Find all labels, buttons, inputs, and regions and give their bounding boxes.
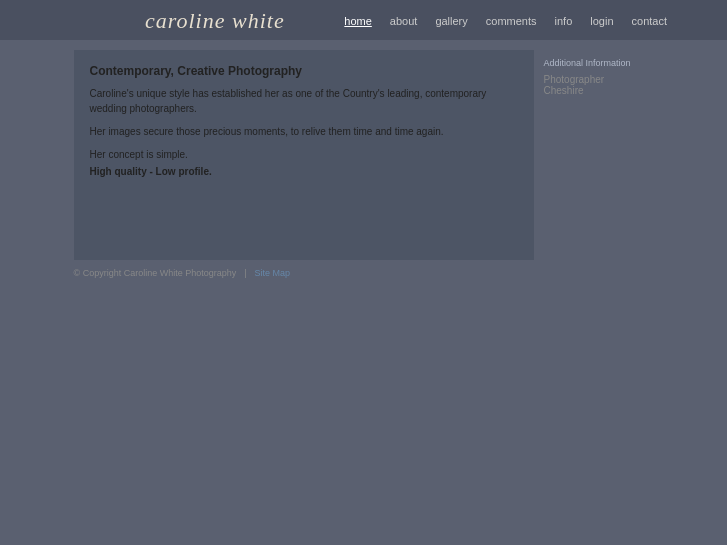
content-paragraph-3: Her concept is simple. [90,147,518,162]
main-nav: home about gallery comments info login c… [344,15,667,27]
nav-about[interactable]: about [390,15,418,27]
site-footer: © Copyright Caroline White Photography |… [74,262,654,282]
copyright-text: © Copyright Caroline White Photography [74,268,237,278]
site-header: caroline white home about gallery commen… [0,0,727,40]
nav-comments[interactable]: comments [486,15,537,27]
sidebar: Additional Information Photographer Ches… [534,50,654,260]
sidebar-section-title: Additional Information [544,58,644,68]
sidebar-photographer-link[interactable]: Photographer Cheshire [544,74,644,96]
main-wrapper: Contemporary, Creative Photography Carol… [74,50,654,260]
nav-info[interactable]: info [555,15,573,27]
content-paragraph-2: Her images secure those precious moments… [90,124,518,139]
site-title: caroline white [145,8,285,34]
nav-home[interactable]: home [344,15,372,27]
content-paragraph-1: Caroline's unique style has established … [90,86,518,116]
nav-gallery[interactable]: gallery [435,15,467,27]
content-area: Contemporary, Creative Photography Carol… [74,50,534,260]
content-title: Contemporary, Creative Photography [90,64,518,78]
sitemap-link[interactable]: Site Map [255,268,291,278]
footer-divider: | [244,268,246,278]
nav-contact[interactable]: contact [632,15,667,27]
content-tagline: High quality - Low profile. [90,164,518,179]
content-body: Caroline's unique style has established … [90,86,518,179]
nav-login[interactable]: login [590,15,613,27]
